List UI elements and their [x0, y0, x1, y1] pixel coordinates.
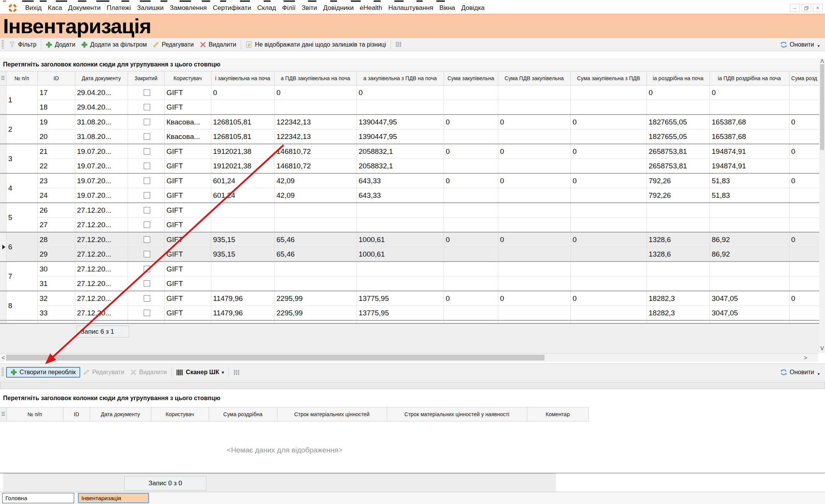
cell-date[interactable]: 31.08.20... — [75, 115, 128, 129]
cell-value[interactable]: 0 — [444, 232, 498, 247]
cell-value[interactable]: 18282,3 — [647, 291, 710, 306]
cell-group-number[interactable]: 1 — [6, 86, 37, 115]
cell-id[interactable]: 33 — [37, 306, 75, 321]
cell-value[interactable] — [789, 306, 819, 321]
cell-value[interactable]: 1000,61 — [357, 232, 444, 247]
column-header[interactable]: Закритий — [128, 71, 164, 86]
closed-checkbox[interactable] — [144, 104, 150, 110]
menu-item-8[interactable]: Склад — [254, 4, 279, 12]
cell-value[interactable]: 3047,05 — [710, 291, 789, 306]
cell-value[interactable] — [498, 203, 571, 218]
cell-date[interactable]: 27.12.20... — [75, 247, 128, 262]
column-header[interactable]: Сума закупівельна з ПДВ — [571, 71, 647, 86]
cell-value[interactable]: 3047,05 — [710, 306, 789, 321]
cell-value[interactable] — [571, 218, 647, 233]
closed-checkbox[interactable] — [144, 133, 150, 140]
cell-id[interactable]: 17 — [37, 86, 75, 100]
menu-item-7[interactable]: Сертифікати — [210, 4, 254, 12]
cell-value[interactable]: 1000,61 — [357, 247, 444, 262]
cell-value[interactable]: 13775,95 — [357, 306, 444, 321]
cell-value[interactable]: 0 — [789, 320, 819, 323]
cell-value[interactable]: 935,15 — [211, 247, 274, 262]
toolbar-grip[interactable] — [2, 368, 4, 377]
cell-value[interactable] — [498, 276, 571, 291]
column-header[interactable]: іа ПДВ роздрібна на поча — [710, 71, 789, 86]
cell-user[interactable]: GIFT — [164, 100, 211, 115]
scroll-up-arrow[interactable]: ᐱ — [820, 58, 824, 64]
column-header[interactable]: Користувач — [164, 71, 211, 86]
cell-value[interactable]: 0 — [789, 144, 819, 159]
cell-value[interactable] — [444, 276, 498, 291]
cell-value[interactable]: 42,09 — [274, 173, 357, 188]
cell-value[interactable] — [274, 262, 357, 276]
cell-value[interactable]: 146810,72 — [274, 159, 357, 174]
cell-value[interactable]: 0 — [274, 86, 357, 100]
cell-value[interactable]: 45,2 — [274, 320, 357, 323]
closed-checkbox[interactable] — [144, 310, 150, 316]
closed-checkbox[interactable] — [144, 266, 150, 272]
cell-value[interactable] — [498, 129, 571, 144]
table-row[interactable]: 2419.07.20...GIFT601,2442,09643,33792,26… — [0, 188, 819, 203]
cell-value[interactable]: 51,83 — [710, 173, 789, 188]
cell-value[interactable] — [789, 218, 819, 233]
cell-value[interactable]: 0 — [571, 144, 647, 159]
refresh-button[interactable]: Оновити ▾ — [780, 41, 820, 48]
cell-value[interactable]: 122342,13 — [274, 115, 357, 129]
closed-checkbox[interactable] — [144, 119, 150, 125]
menu-item-15[interactable]: Довідка — [458, 4, 488, 12]
cell-value[interactable]: 0 — [498, 173, 571, 188]
cell-id[interactable]: 30 — [37, 262, 75, 276]
cell-value[interactable]: 2295,99 — [274, 291, 357, 306]
refresh-button-bottom[interactable]: Оновити ▾ — [780, 369, 820, 376]
cell-value[interactable] — [571, 306, 647, 321]
menu-item-9[interactable]: Філії — [279, 4, 298, 12]
table-row[interactable]: 3127.12.20...GIFT — [0, 276, 819, 291]
cell-value[interactable] — [498, 159, 571, 174]
cell-date[interactable]: 27.12.20... — [75, 320, 128, 323]
cell-value[interactable] — [710, 218, 789, 233]
cell-value[interactable] — [789, 247, 819, 262]
cell-date[interactable]: 27.12.20... — [75, 306, 128, 321]
cell-value[interactable] — [710, 100, 789, 115]
column-header[interactable]: Користувач — [151, 407, 209, 422]
column-chooser-button[interactable] — [230, 368, 243, 377]
cell-value[interactable] — [211, 262, 274, 276]
cell-date[interactable]: 31.08.20... — [75, 129, 128, 144]
cell-value[interactable] — [498, 262, 571, 276]
cell-value[interactable]: 0 — [444, 291, 498, 306]
cell-value[interactable]: 1328,6 — [647, 232, 710, 247]
scanner-dropdown-arrow[interactable]: ▾ — [222, 370, 224, 375]
tab-inventaryzatsiya[interactable]: Інвентаризація — [78, 493, 149, 503]
cell-value[interactable] — [357, 203, 444, 218]
cell-value[interactable] — [789, 129, 819, 144]
cell-user[interactable]: GIFT — [164, 291, 211, 306]
cell-user[interactable]: GIFT — [164, 276, 211, 291]
create-recount-button[interactable]: Створити переоблік — [6, 367, 80, 378]
cell-value[interactable] — [571, 247, 647, 262]
cell-value[interactable]: 0 — [789, 173, 819, 188]
cell-value[interactable] — [444, 188, 498, 203]
cell-value[interactable] — [357, 100, 444, 115]
table-row[interactable]: 2031.08.20...Квасова...1268105,81122342,… — [0, 129, 819, 144]
cell-id[interactable]: 21 — [37, 144, 75, 159]
cell-user[interactable]: GIFT — [164, 188, 211, 203]
menu-item-14[interactable]: Вікна — [436, 4, 458, 12]
cell-value[interactable] — [710, 203, 789, 218]
cell-date[interactable]: 27.12.20... — [75, 232, 128, 247]
cell-id[interactable]: 31 — [37, 276, 75, 291]
cell-value[interactable] — [444, 86, 498, 100]
delete-button[interactable]: Видалити — [197, 40, 239, 50]
cell-value[interactable] — [498, 218, 571, 233]
vertical-scrollbar[interactable]: ᐱ ᐯ — [819, 58, 825, 353]
cell-value[interactable]: 1827655,05 — [647, 129, 710, 144]
add-by-filter-button[interactable]: Додати за фільтром — [78, 40, 150, 50]
hide-balances-toggle[interactable]: Не відображати дані щодо залишків та різ… — [243, 40, 389, 50]
menu-item-1[interactable]: Вихід — [22, 4, 45, 12]
cell-user[interactable]: Квасова... — [164, 129, 211, 144]
toolbar-grip[interactable] — [2, 40, 4, 49]
cell-value[interactable]: 122342,13 — [274, 129, 357, 144]
minimize-button[interactable]: – — [790, 4, 800, 12]
cell-value[interactable] — [571, 203, 647, 218]
cell-user[interactable]: GIFT — [164, 203, 211, 218]
cell-id[interactable]: 20 — [37, 129, 75, 144]
